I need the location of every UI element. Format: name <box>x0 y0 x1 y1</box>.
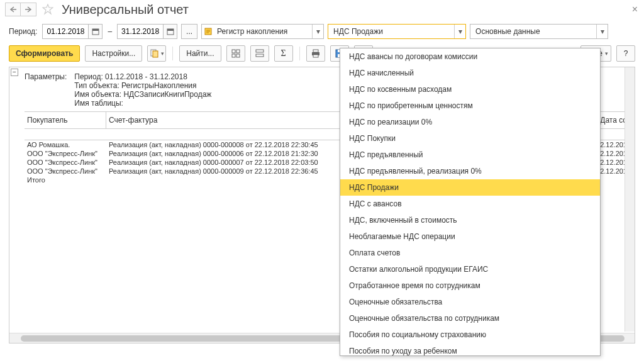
vertical-scrollbar[interactable] <box>625 67 635 332</box>
dropdown-item[interactable]: НДС начисленный <box>340 65 600 81</box>
star-icon <box>42 4 53 15</box>
period-label: Период: <box>9 27 37 36</box>
cell-buyer: ООО "Экспресс-Линк" <box>25 149 106 158</box>
svg-rect-10 <box>236 54 240 57</box>
period-more-button[interactable]: ... <box>181 24 197 39</box>
dropdown-item[interactable]: Пособия по социальному страхованию <box>340 327 600 343</box>
help-button[interactable]: ? <box>616 45 635 62</box>
table-combo-text: Основные данные <box>470 27 596 36</box>
sum-button[interactable]: Σ <box>274 45 293 62</box>
date-from-field[interactable] <box>42 24 103 39</box>
dropdown-item[interactable]: Необлагаемые НДС операции <box>340 228 600 245</box>
dropdown-item[interactable]: Оценочные обязательства по сотрудникам <box>340 310 600 327</box>
date-from-cal-button[interactable] <box>88 25 102 38</box>
dropdown-item[interactable]: НДС по приобретенным ценностям <box>340 98 600 114</box>
dropdown-item[interactable]: НДС авансы по договорам комиссии <box>340 48 600 65</box>
svg-rect-7 <box>232 50 235 53</box>
object-combo-drop[interactable]: ▾ <box>454 25 465 38</box>
copy-icon <box>150 49 160 58</box>
page-title: Универсальный отчет <box>62 3 189 17</box>
dropdown-item[interactable]: НДС предъявленный <box>340 147 600 163</box>
sigma-icon: Σ <box>280 48 286 59</box>
svg-rect-8 <box>236 50 240 53</box>
collapse-groups-button[interactable] <box>250 45 269 62</box>
dropdown-item[interactable]: НДС Покупки <box>340 130 600 147</box>
period-separator: – <box>108 27 112 36</box>
chevron-down-icon: ▾ <box>605 50 608 57</box>
dropdown-item[interactable]: НДС по реализации 0% <box>340 114 600 130</box>
collapse-tree-button[interactable]: − <box>11 69 18 76</box>
dropdown-item[interactable]: Оплата счетов <box>340 245 600 261</box>
params-label: Параметры: <box>25 72 67 108</box>
svg-rect-15 <box>313 55 318 57</box>
total-row: Итого <box>25 176 106 184</box>
print-icon <box>311 49 320 58</box>
svg-rect-13 <box>313 50 318 52</box>
variants-button[interactable]: ▾ <box>147 45 166 62</box>
dropdown-item[interactable]: Отработанное время по сотрудникам <box>340 277 600 294</box>
register-combo-text: Регистр накопления <box>214 27 312 36</box>
find-button[interactable]: Найти... <box>179 45 221 62</box>
dropdown-item[interactable]: Пособия по уходу за ребенком <box>340 343 600 355</box>
dropdown-item[interactable]: НДС по косвенным расходам <box>340 81 600 98</box>
expand-icon <box>231 49 240 58</box>
print-button[interactable] <box>306 45 325 62</box>
register-type-combo[interactable]: Регистр накопления ▾ <box>201 24 324 39</box>
svg-rect-11 <box>256 50 264 52</box>
favorite-star-button[interactable] <box>40 2 55 17</box>
date-to-cal-button[interactable] <box>163 25 177 38</box>
register-combo-drop[interactable]: ▾ <box>312 25 323 38</box>
register-icon <box>202 28 214 35</box>
object-name-combo[interactable]: НДС Продажи ▾ <box>328 24 466 39</box>
object-combo-dropdown: НДС авансы по договорам комиссииНДС начи… <box>340 48 601 356</box>
arrow-right-icon <box>25 6 32 13</box>
col-buyer: Покупатель <box>25 112 106 128</box>
object-combo-text: НДС Продажи <box>328 27 454 36</box>
svg-rect-3 <box>167 29 174 31</box>
dropdown-item[interactable]: НДС предъявленный, реализация 0% <box>340 163 600 179</box>
cell-buyer: ООО "Экспресс-Линк" <box>25 158 106 167</box>
svg-rect-1 <box>92 29 99 31</box>
svg-rect-6 <box>153 51 158 57</box>
dropdown-item[interactable]: НДС, включенный в стоимость <box>340 212 600 228</box>
close-button[interactable]: × <box>632 4 638 15</box>
dropdown-item[interactable]: НДС с авансов <box>340 196 600 212</box>
nav-back-button[interactable] <box>5 3 21 16</box>
expand-groups-button[interactable] <box>226 45 245 62</box>
nav-forward-button[interactable] <box>21 3 36 16</box>
table-name-combo[interactable]: Основные данные ▾ <box>470 24 608 39</box>
dropdown-item[interactable]: НДС Продажи <box>340 179 600 196</box>
svg-rect-12 <box>256 54 264 57</box>
cell-buyer: ООО "Экспресс-Линк" <box>25 167 106 176</box>
date-from-input[interactable] <box>43 25 88 38</box>
settings-button[interactable]: Настройки... <box>85 45 142 62</box>
collapse-icon <box>255 49 264 58</box>
dropdown-item[interactable]: Оценочные обязательства <box>340 294 600 310</box>
cell-buyer: АО Ромашка. <box>25 140 106 149</box>
calendar-icon <box>92 28 99 35</box>
dropdown-item[interactable]: Остатки алкогольной продукции ЕГАИС <box>340 261 600 277</box>
generate-button[interactable]: Сформировать <box>9 45 80 62</box>
arrow-left-icon <box>9 6 17 13</box>
table-combo-drop[interactable]: ▾ <box>596 25 608 38</box>
dropdown-list[interactable]: НДС авансы по договорам комиссииНДС начи… <box>340 48 600 355</box>
svg-rect-9 <box>232 54 235 57</box>
date-to-field[interactable] <box>117 24 177 39</box>
params-values: Период: 01.12.2018 - 31.12.2018 Тип объе… <box>74 72 211 108</box>
calendar-icon <box>167 28 174 35</box>
date-to-input[interactable] <box>118 25 163 38</box>
